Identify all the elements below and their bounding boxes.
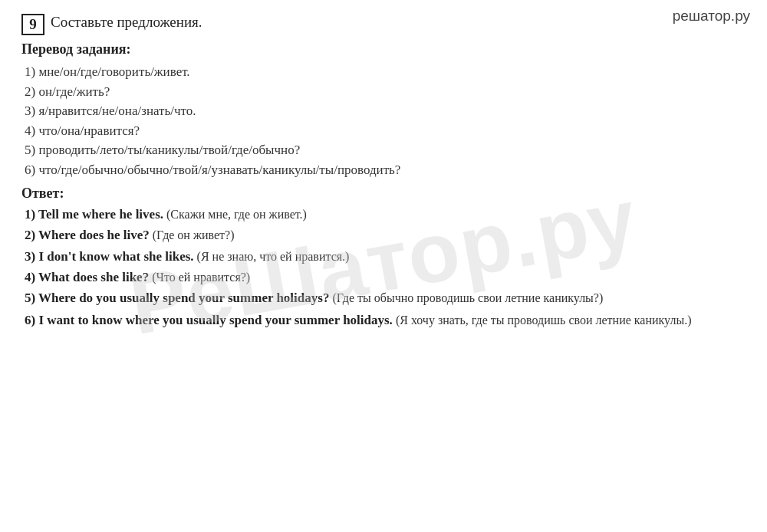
answer-item-1: 1) Tell me where he lives. (Скажи мне, г… [25,205,746,225]
answer-ru-3: (Я не знаю, что ей нравится.) [194,250,350,263]
task-number: 9 [21,14,44,35]
answer-items: 1) Tell me where he lives. (Скажи мне, г… [25,205,746,330]
list-item: 4) что/она/нравится? [25,121,746,141]
task-title: Составьте предложения. [51,14,202,31]
answer-label: Ответ: [21,186,746,202]
answer-item-5: 5) Where do you usually spend your summe… [25,288,746,308]
page: решатор.ру РеШатор.ру 9 Составьте предло… [0,0,767,532]
answer-item-2: 2) Where does he live? (Где он живет?) [25,225,746,245]
answer-item-6: 6) I want to know where you usually spen… [25,310,746,330]
answer-en-2: 2) Where does he live? [25,228,150,242]
answer-ru-4: (Что ей нравится?) [149,271,250,284]
answer-en-6: 6) I want to know where you usually spen… [25,313,393,327]
translation-label: Перевод задания: [21,41,746,57]
task-header: 9 Составьте предложения. [21,14,746,35]
list-item: 5) проводить/лето/ты/каникулы/твой/где/о… [25,140,746,160]
answer-ru-5: (Где ты обычно проводишь свои летние кан… [329,291,603,304]
answer-en-4: 4) What does she like? [25,270,149,284]
list-item: 3) я/нравится/не/она/знать/что. [25,101,746,121]
answer-item-3: 3) I don't know what she likes. (Я не зн… [25,247,746,267]
answer-en-3: 3) I don't know what she likes. [25,249,194,264]
answer-ru-1: (Скажи мне, где он живет.) [163,208,307,221]
answer-ru-6: (Я хочу знать, где ты проводишь свои лет… [393,314,692,327]
list-item: 6) что/где/обычно/обычно/твой/я/узнавать… [25,160,746,180]
answer-ru-2: (Где он живет?) [150,228,235,241]
answer-item-4: 4) What does she like? (Что ей нравится?… [25,268,746,287]
list-item: 2) он/где/жить? [25,82,746,102]
brand-label: решатор.ру [673,8,750,25]
translation-items: 1) мне/он/где/говорить/живет. 2) он/где/… [25,62,746,179]
list-item: 1) мне/он/где/говорить/живет. [25,62,746,82]
answer-en-1: 1) Tell me where he lives. [25,207,163,222]
answer-en-5: 5) Where do you usually spend your summe… [25,291,329,305]
